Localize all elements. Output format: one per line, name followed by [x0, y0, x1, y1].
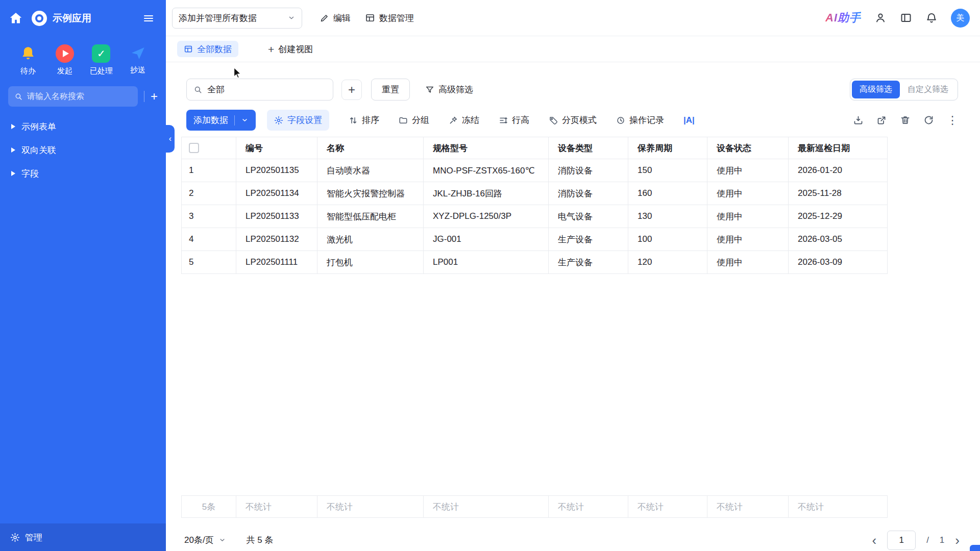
sidebar-search[interactable]	[8, 86, 138, 107]
user-avatar[interactable]: 美	[951, 9, 970, 28]
cell[interactable]: LP202501134	[236, 182, 317, 205]
page-number-input[interactable]: 1	[887, 531, 916, 550]
cell[interactable]: LP001	[424, 251, 549, 274]
reset-button[interactable]: 重置	[371, 79, 410, 101]
sidebar-menu-icon[interactable]	[139, 9, 158, 28]
cell[interactable]: 2025-11-28	[789, 182, 888, 205]
tree-item-field[interactable]: 字段	[0, 162, 166, 185]
toggle-advanced-filter[interactable]: 高级筛选	[852, 81, 900, 98]
sidebar-collapse-handle[interactable]: ‹	[166, 125, 175, 153]
tree-item-bidirectional[interactable]: 双向关联	[0, 138, 166, 162]
toggle-custom-filter[interactable]: 自定义筛选	[900, 81, 956, 98]
summary-cell[interactable]: 不统计	[317, 495, 424, 518]
cell[interactable]: 使用中	[707, 205, 789, 228]
tab-all-data[interactable]: 全部数据	[177, 41, 238, 57]
summary-cell[interactable]: 不统计	[707, 495, 789, 518]
cell[interactable]: 2025-12-29	[789, 205, 888, 228]
cell[interactable]: JKL-ZHJB-16回路	[424, 182, 549, 205]
create-view-button[interactable]: + 创建视图	[268, 43, 313, 55]
manage-button[interactable]: 管理	[0, 523, 166, 551]
sidebar-search-input[interactable]	[27, 92, 132, 101]
cell[interactable]: 打包机	[317, 251, 424, 274]
ai-assistant-button[interactable]: AI助手	[825, 10, 861, 26]
cell[interactable]: MNO-PSF-ZSTX65-160℃	[424, 159, 549, 182]
advanced-filter-link[interactable]: 高级筛选	[425, 84, 473, 95]
cell[interactable]: 160	[628, 182, 707, 205]
next-page-button[interactable]: ›	[955, 534, 960, 547]
add-form-button[interactable]: +	[151, 90, 158, 103]
cell[interactable]: 2026-01-20	[789, 159, 888, 182]
col-header-name[interactable]: 名称	[317, 137, 424, 159]
select-all-checkbox[interactable]	[189, 143, 199, 153]
summary-cell[interactable]: 不统计	[424, 495, 549, 518]
edit-button[interactable]: 编辑	[320, 12, 351, 24]
data-manage-button[interactable]: 数据管理	[365, 12, 414, 24]
quick-action-initiate[interactable]: 发起	[50, 44, 80, 76]
col-header-status[interactable]: 设备状态	[707, 137, 789, 159]
summary-cell[interactable]: 不统计	[549, 495, 628, 518]
export-icon[interactable]	[876, 115, 887, 126]
table-row[interactable]: 3 LP202501133 智能型低压配电柜 XYZ-DPLG-1250/3P …	[181, 205, 888, 228]
page-size-select[interactable]: 20条/页	[184, 534, 226, 546]
table-row[interactable]: 5 LP202501111 打包机 LP001 生产设备 120 使用中 202…	[181, 251, 888, 274]
row-height-button[interactable]: 行高	[499, 114, 529, 126]
cell[interactable]: LP202501135	[236, 159, 317, 182]
summary-cell[interactable]: 不统计	[789, 495, 888, 518]
cell[interactable]: 使用中	[707, 182, 789, 205]
summary-cell[interactable]: 不统计	[236, 495, 317, 518]
cell[interactable]: 生产设备	[549, 228, 628, 251]
col-header-date[interactable]: 最新巡检日期	[789, 137, 888, 159]
cell[interactable]: 2026-03-05	[789, 228, 888, 251]
cell[interactable]: 120	[628, 251, 707, 274]
table-row[interactable]: 2 LP202501134 智能火灾报警控制器 JKL-ZHJB-16回路 消防…	[181, 182, 888, 205]
cell[interactable]: 自动喷水器	[317, 159, 424, 182]
cell[interactable]: LP202501111	[236, 251, 317, 274]
cell[interactable]: 激光机	[317, 228, 424, 251]
cell[interactable]: 150	[628, 159, 707, 182]
cell[interactable]: 电气设备	[549, 205, 628, 228]
table-row[interactable]: 4 LP202501132 激光机 JG-001 生产设备 100 使用中 20…	[181, 228, 888, 251]
group-button[interactable]: 分组	[399, 114, 429, 126]
summary-cell[interactable]: 不统计	[628, 495, 707, 518]
cell[interactable]: 使用中	[707, 251, 789, 274]
cell[interactable]: LP202501132	[236, 228, 317, 251]
home-icon[interactable]	[8, 11, 23, 26]
quick-action-processed[interactable]: ✓ 已处理	[86, 44, 116, 76]
col-header-cycle[interactable]: 保养周期	[628, 137, 707, 159]
col-header-spec[interactable]: 规格型号	[424, 137, 549, 159]
freeze-button[interactable]: 冻结	[449, 114, 479, 126]
add-filter-button[interactable]: +	[341, 80, 362, 100]
table-search-input[interactable]: 全部	[186, 79, 333, 101]
cell[interactable]: JG-001	[424, 228, 549, 251]
quick-action-todo[interactable]: 待办	[13, 44, 43, 76]
table-row[interactable]: 1 LP202501135 自动喷水器 MNO-PSF-ZSTX65-160℃ …	[181, 159, 888, 182]
floating-widget[interactable]	[970, 545, 980, 551]
cell[interactable]: 消防设备	[549, 182, 628, 205]
pagination-mode-button[interactable]: 分页模式	[549, 114, 597, 126]
panel-icon[interactable]	[900, 12, 912, 24]
sort-button[interactable]: 排序	[349, 114, 379, 126]
notification-bell-icon[interactable]	[925, 12, 938, 24]
view-mode-select[interactable]: 添加并管理所有数据	[172, 8, 302, 29]
cell[interactable]: LP202501133	[236, 205, 317, 228]
ai-field-button[interactable]: |A|	[683, 115, 695, 126]
trash-icon[interactable]	[900, 115, 911, 126]
account-switch-icon[interactable]	[874, 12, 887, 24]
more-icon[interactable]: ⋮	[947, 115, 958, 126]
cell[interactable]: 生产设备	[549, 251, 628, 274]
cell[interactable]: 2026-03-09	[789, 251, 888, 274]
cell[interactable]: 130	[628, 205, 707, 228]
cell[interactable]: 使用中	[707, 228, 789, 251]
operation-log-button[interactable]: 操作记录	[616, 114, 664, 126]
cell[interactable]: 使用中	[707, 159, 789, 182]
cell[interactable]: 100	[628, 228, 707, 251]
refresh-icon[interactable]	[923, 115, 934, 126]
prev-page-button[interactable]: ‹	[872, 534, 876, 547]
cell[interactable]: 智能型低压配电柜	[317, 205, 424, 228]
add-data-button[interactable]: 添加数据	[186, 110, 256, 131]
quick-action-cc[interactable]: 抄送	[123, 44, 153, 76]
cell[interactable]: 消防设备	[549, 159, 628, 182]
col-header-type[interactable]: 设备类型	[549, 137, 628, 159]
cell[interactable]: 智能火灾报警控制器	[317, 182, 424, 205]
import-icon[interactable]	[853, 115, 864, 126]
